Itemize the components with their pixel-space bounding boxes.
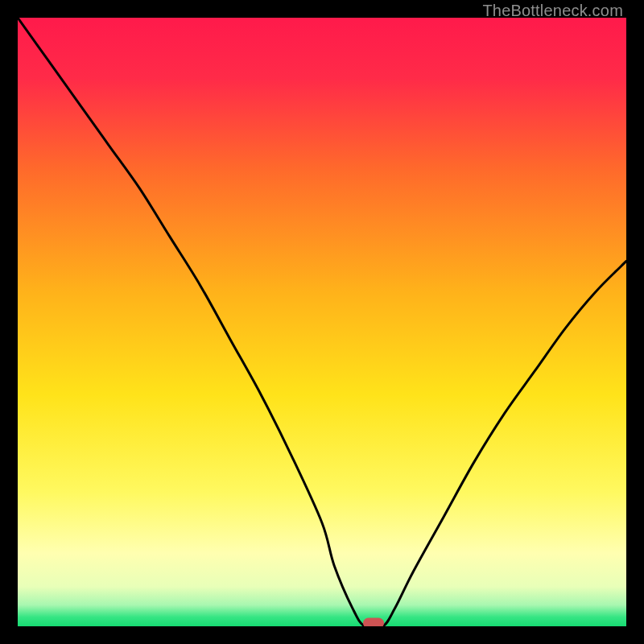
- optimal-point-marker: [363, 618, 384, 626]
- chart-svg: [18, 18, 626, 626]
- plot-area: [18, 18, 626, 626]
- gradient-background: [18, 18, 626, 626]
- chart-frame: TheBottleneck.com: [0, 0, 644, 644]
